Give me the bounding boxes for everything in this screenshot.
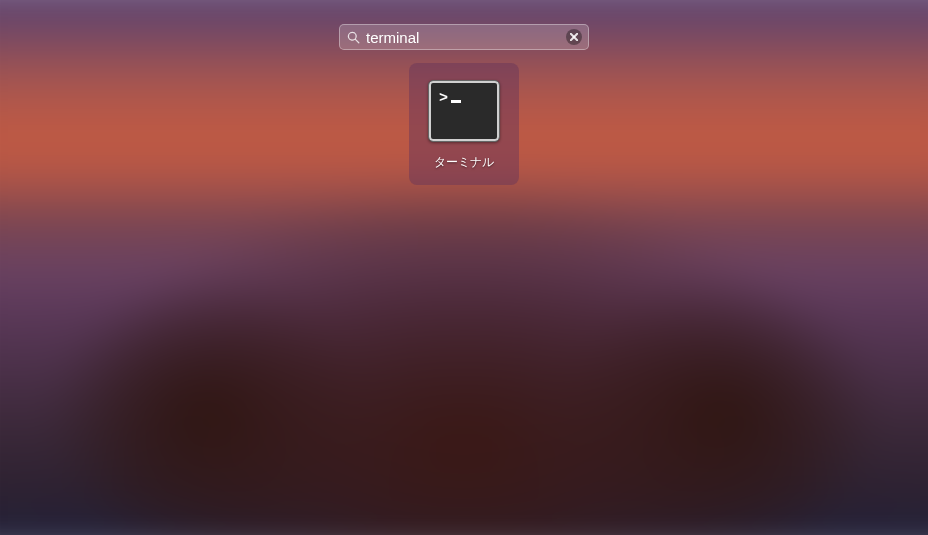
search-icon: [346, 30, 360, 44]
search-results: > ターミナル: [409, 63, 519, 185]
app-tile-terminal[interactable]: > ターミナル: [409, 63, 519, 185]
search-bar[interactable]: [339, 24, 589, 50]
clear-search-button[interactable]: [566, 29, 582, 45]
terminal-prompt-glyph: >: [439, 91, 461, 106]
launchpad-overlay: > ターミナル: [0, 0, 928, 535]
terminal-icon: >: [428, 80, 500, 142]
app-label: ターミナル: [434, 154, 494, 171]
search-input[interactable]: [366, 29, 560, 46]
